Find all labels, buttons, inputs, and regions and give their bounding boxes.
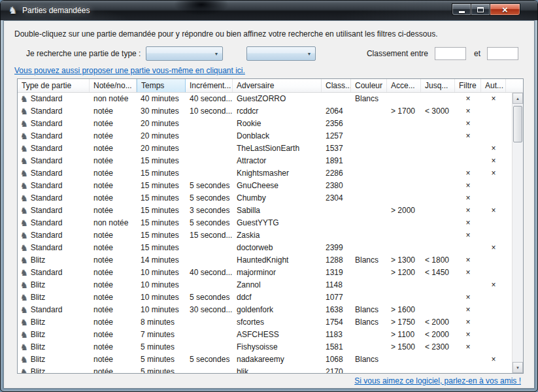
cell-max bbox=[421, 366, 455, 373]
table-row[interactable]: ♞Blitznotée10 minutes5 secondesddcf1077× bbox=[18, 291, 512, 304]
game-type-text: Blitz bbox=[31, 279, 46, 291]
column-header-min[interactable]: Acce... bbox=[387, 79, 421, 93]
cell-rated: notée bbox=[90, 353, 137, 366]
cell-min bbox=[387, 167, 421, 180]
column-header-filt[interactable]: Filtre bbox=[455, 79, 481, 93]
game-subtype-select[interactable]: ▼ bbox=[246, 46, 316, 61]
table-row[interactable]: ♞Blitznotée5 minutesblik2170 bbox=[18, 366, 512, 373]
column-header-max[interactable]: Jusq... bbox=[421, 79, 455, 93]
cell-min: > 1100 bbox=[387, 329, 421, 341]
scroll-down-button[interactable]: ▼ bbox=[513, 362, 523, 373]
minimize-button[interactable] bbox=[452, 3, 471, 16]
cell-min: > 1750 bbox=[387, 316, 421, 329]
scroll-up-button[interactable]: ▲ bbox=[513, 93, 523, 104]
title-bar[interactable]: ♞ Parties demandées × bbox=[1, 1, 537, 20]
column-header-inc[interactable]: Incrément... bbox=[186, 79, 233, 93]
game-type-select[interactable]: ▼ bbox=[146, 46, 223, 61]
game-type-text: Standard bbox=[31, 155, 63, 167]
cell-max: < 2300 bbox=[421, 341, 455, 353]
cell-filt bbox=[455, 142, 481, 155]
window: ♞ Parties demandées × Double-cliquez sur… bbox=[0, 0, 538, 392]
table-row[interactable]: ♞Standardnotée15 minutesdoctorweb2399× bbox=[18, 242, 512, 254]
column-header-rating[interactable]: Class... bbox=[322, 79, 351, 93]
propose-game-link[interactable]: Vous pouvez aussi proposer une partie vo… bbox=[14, 66, 245, 75]
table-row[interactable]: ♞Standardnotée20 minutesTheLastSionEarth… bbox=[18, 142, 512, 155]
minimize-icon bbox=[459, 11, 465, 13]
cell-max bbox=[421, 242, 455, 254]
column-header-opp[interactable]: Adversaire bbox=[233, 79, 322, 93]
table-body: ♞Standardnon notée40 minutes40 second...… bbox=[18, 93, 512, 373]
table-row[interactable]: ♞Standardnotée15 minutes5 secondesGnuChe… bbox=[18, 180, 512, 192]
cell-color bbox=[351, 341, 387, 353]
table-row[interactable]: ♞Standardnotée15 minutes3 secondesSabill… bbox=[18, 204, 512, 217]
cell-type: ♞Standard bbox=[18, 142, 90, 155]
cell-opp: rcddcr bbox=[233, 105, 322, 118]
app-knight-icon: ♞ bbox=[7, 5, 18, 16]
cell-type: ♞Blitz bbox=[18, 341, 90, 353]
rating-max-input[interactable] bbox=[487, 47, 518, 60]
cell-auto bbox=[481, 229, 506, 242]
column-header-color[interactable]: Couleur bbox=[351, 79, 387, 93]
cell-rated: notée bbox=[90, 242, 137, 254]
cell-color bbox=[351, 217, 387, 229]
close-button[interactable]: × bbox=[490, 3, 520, 16]
column-header-type[interactable]: Type de partie bbox=[18, 79, 90, 93]
column-header-time[interactable]: Temps bbox=[137, 79, 186, 93]
cell-time: 15 minutes bbox=[137, 180, 186, 192]
scroll-thumb[interactable] bbox=[513, 106, 522, 142]
table-row[interactable]: ♞Standardnotée15 minutes5 secondesChumby… bbox=[18, 192, 512, 204]
column-header-auto[interactable]: Aut... bbox=[481, 79, 506, 93]
cell-auto: × bbox=[481, 279, 506, 291]
cell-rated: notée bbox=[90, 118, 137, 130]
cell-rating: 1148 bbox=[322, 279, 351, 291]
game-type-text: Blitz bbox=[31, 366, 46, 373]
table-row[interactable]: ♞Standardnon notée40 minutes40 second...… bbox=[18, 93, 512, 105]
rating-between-label: Classement entre bbox=[367, 49, 428, 58]
maximize-button[interactable] bbox=[471, 3, 490, 16]
table-row[interactable]: ♞Standardnotée20 minutesRookie2356× bbox=[18, 118, 512, 130]
game-type-text: Standard bbox=[31, 204, 63, 217]
table-row[interactable]: ♞Standardnotée10 minutes30 second...gold… bbox=[18, 304, 512, 316]
cell-rated: notée bbox=[90, 155, 137, 167]
cell-filt: × bbox=[455, 204, 481, 217]
cell-max bbox=[421, 180, 455, 192]
cell-time: 15 minutes bbox=[137, 167, 186, 180]
cell-rating: 2170 bbox=[322, 366, 351, 373]
cell-rating: 2380 bbox=[322, 180, 351, 192]
table-row[interactable]: ♞Blitznotée10 minutesZannol1148× bbox=[18, 279, 512, 291]
game-type-text: Standard bbox=[31, 105, 63, 118]
cell-opp: goldenfork bbox=[233, 304, 322, 316]
table-row[interactable]: ♞Standardnotée10 minutes40 second...majo… bbox=[18, 267, 512, 279]
table-row[interactable]: ♞Blitznotée14 minutesHauntedKnight1288Bl… bbox=[18, 254, 512, 267]
cell-auto bbox=[481, 105, 506, 118]
window-title: Parties demandées bbox=[22, 6, 90, 15]
rating-min-input[interactable] bbox=[435, 47, 466, 60]
cell-inc bbox=[186, 366, 233, 373]
cell-rating: 1581 bbox=[322, 341, 351, 353]
table-row[interactable]: ♞Blitznotée7 minutesASFCHESS1183> 1100< … bbox=[18, 329, 512, 341]
cell-max bbox=[421, 353, 455, 366]
table-row[interactable]: ♞Standardnotée15 minutes15 second...Zask… bbox=[18, 229, 512, 242]
cell-color bbox=[351, 167, 387, 180]
game-type-text: Standard bbox=[31, 304, 63, 316]
column-header-rated[interactable]: Notée/no... bbox=[90, 79, 137, 93]
cell-type: ♞Standard bbox=[18, 93, 90, 105]
cell-color bbox=[351, 105, 387, 118]
cell-max: < 1800 bbox=[421, 254, 455, 267]
cell-opp: Zannol bbox=[233, 279, 322, 291]
table-row[interactable]: ♞Blitznotée8 minutessfcortes1754Blancs> … bbox=[18, 316, 512, 329]
cell-opp: Knightsmasher bbox=[233, 167, 322, 180]
cell-time: 15 minutes bbox=[137, 242, 186, 254]
table-row[interactable]: ♞Standardnotée30 minutes10 second...rcdd… bbox=[18, 105, 512, 118]
share-link[interactable]: Si vous aimez ce logiciel, parlez-en à v… bbox=[354, 376, 521, 385]
cell-time: 5 minutes bbox=[137, 353, 186, 366]
cell-inc bbox=[186, 242, 233, 254]
table-scrollbar[interactable]: ▲ ▼ bbox=[512, 93, 523, 373]
table-row[interactable]: ♞Standardnotée15 minutesAttractor1891× bbox=[18, 155, 512, 167]
table-row[interactable]: ♞Standardnotée15 minutesKnightsmasher228… bbox=[18, 167, 512, 180]
table-row[interactable]: ♞Blitznotée5 minutes5 secondesnadakareem… bbox=[18, 353, 512, 366]
table-row[interactable]: ♞Standardnotée20 minutesDonblack1257× bbox=[18, 130, 512, 142]
table-row[interactable]: ♞Standardnon notée15 minutes5 secondesGu… bbox=[18, 217, 512, 229]
cell-rating: 2399 bbox=[322, 242, 351, 254]
table-row[interactable]: ♞Blitznotée5 minutesFishysoisse1581> 150… bbox=[18, 341, 512, 353]
